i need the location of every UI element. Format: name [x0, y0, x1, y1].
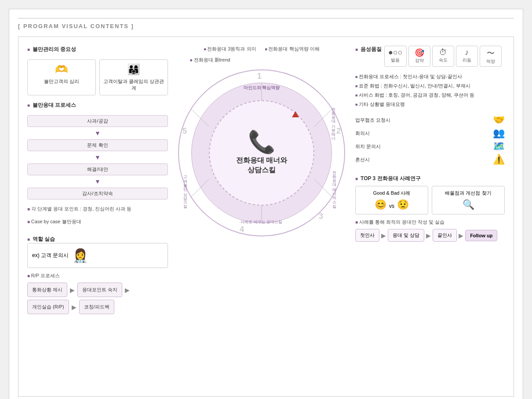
rp-step-4: 코칭/피드백 [79, 300, 114, 314]
complaint-process-list: 사과/공감 ▼ 문제 확인 ▼ 해결/대안 ▼ 감사/조치약속 [27, 115, 168, 200]
meeting-icon: 👥 [493, 127, 505, 139]
svg-line-2 [314, 179, 332, 197]
warning-icon: ⚠️ [493, 154, 505, 165]
right-column: 음성품질 ●○○ 발음 🎯 강약 ⏱ 속도 ♪ [355, 46, 505, 349]
voice-quality-title: 음성품질 [355, 46, 382, 53]
speed-icon: ⏱ [436, 48, 450, 57]
svg-line-1 [314, 109, 332, 127]
complaint-cards: 🫶 불만고객의 심리 👨‍👩‍👧 고객이탈과 클레임의 상관관계 [27, 59, 168, 95]
note-line-1: 각 단계별 응대 포인트 : 경청, 진심어린 사과 등 [27, 206, 168, 212]
rp-arrow-2: ▶ [125, 287, 130, 294]
followup-flow: 첫인사 ▶ 응대 및 상담 ▶ 끝인사 ▶ Follow up [355, 229, 505, 242]
curve-left-bot: 고객불만 상담스킬 [182, 173, 188, 206]
heart-icon: 🫶 [55, 63, 68, 76]
rp-process-label: R/P 프로세스 [27, 272, 168, 279]
process-step-1: 사과/공감 [27, 115, 168, 127]
handshake-icon: 🤝 [493, 114, 505, 126]
svg-line-5 [191, 109, 209, 127]
sit-label-1: 업무협조 요청시 [355, 117, 489, 123]
center-column: 전화응대 3원칙과 의미 전화응대 핵심역량 이해 ■ 전화응대 新trend … [172, 46, 351, 349]
section2-title: 불만응대 프로세스 [27, 102, 168, 109]
rp-arrow-1: ▶ [70, 287, 75, 294]
followup-step-4: Follow up [465, 230, 497, 241]
emphasis-label: 강약 [415, 58, 424, 63]
sit-label-4: 혼선시 [355, 156, 489, 163]
face-icons: 😊 vs 😟 [359, 199, 424, 210]
sit-label-2: 회의시 [355, 130, 489, 137]
center-label-3: ■ 전화응대 新trend [190, 57, 230, 63]
followup-arrow-3: ▶ [459, 232, 463, 239]
process-step-3: 해결/대안 [27, 163, 168, 175]
top3-title: TOP 3 전화응대 사례연구 [355, 175, 505, 182]
num-label-5: 5 [182, 127, 187, 136]
followup-step-3: 끝인사 [433, 229, 457, 242]
red-triangle-indicator [292, 111, 299, 117]
note-line-2: Case by case 불만응대 [27, 218, 168, 225]
speed-label: 속도 [439, 58, 448, 62]
vs-text: vs [389, 203, 394, 209]
rp-example-text: ex) 고객 문의시 [32, 252, 69, 259]
voice-icons-row: ●○○ 발음 🎯 강약 ⏱ 속도 ♪ 리듬 [384, 46, 502, 67]
improve-card: 배울점과 개선점 찾기 🔍 [432, 186, 505, 214]
rp-step-2: 응대포인트 숙지 [77, 283, 122, 297]
people-icon: 👨‍👩‍👧 [127, 63, 140, 76]
pronunciation-icon: ●○○ [388, 48, 403, 57]
case-study-section: TOP 3 전화응대 사례연구 Good & Bad 사례 😊 vs 😟 배울점… [355, 175, 505, 242]
situation-grid: 업무협조 요청시 🤝 회의시 👥 위치 문의시 🗺️ 혼선시 ⚠️ [355, 114, 505, 165]
process-line-2: 표준 화법 : 전화수신시, 발신시, 안내/연결시, 부재시 [355, 81, 505, 91]
num-label-3: 3 [319, 212, 323, 221]
intonation-label: 억양 [486, 59, 495, 64]
card1-label: 불만고객의 심리 [44, 78, 79, 85]
card-complaint-psychology: 🫶 불만고객의 심리 [27, 59, 96, 95]
followup-arrow-1: ▶ [381, 232, 386, 239]
voice-pronunciation: ●○○ 발음 [384, 46, 407, 67]
improve-label: 배울점과 개선점 찾기 [436, 190, 501, 196]
left-column: 불만관리의 중요성 🫶 불만고객의 심리 👨‍👩‍👧 고객이탈과 클레임의 상관… [27, 46, 168, 349]
voice-rhythm: ♪ 리듬 [456, 46, 478, 67]
good-bad-label: Good & Bad 사례 [359, 190, 424, 196]
card2-label: 고객이탈과 클레임의 상관관계 [102, 78, 165, 91]
followup-arrow-2: ▶ [426, 232, 431, 239]
process-line-1: 전화응대 프로세스 : 첫인사-응대 및 상담-끝인사 [355, 72, 505, 81]
section1-title: 불만관리의 중요성 [27, 46, 168, 53]
voice-intonation: 〜 억양 [480, 46, 502, 67]
intonation-icon: 〜 [484, 48, 498, 58]
practice-section: 사례를 통해 최적의 응대안 작성 및 실습 첫인사 ▶ 응대 및 상담 ▶ 끝… [355, 219, 505, 242]
voice-emphasis: 🎯 강약 [408, 46, 430, 67]
right-process-lines: 전화응대 프로세스 : 첫인사-응대 및 상담-끝인사 표준 화법 : 전화수신… [355, 72, 505, 109]
rp-step-1: 통화상황 제시 [27, 283, 67, 297]
good-bad-card: Good & Bad 사례 😊 vs 😟 [355, 186, 428, 214]
role-play-title: 역할 실습 [27, 236, 168, 243]
followup-step-2: 응대 및 상담 [388, 229, 424, 242]
nurse-icon: 👩‍⚕️ [72, 248, 88, 263]
svg-line-4 [191, 179, 209, 197]
sit-label-3: 위치 문의시 [355, 143, 489, 150]
process-step-4: 감사/조치약속 [27, 188, 168, 200]
center-label-1: 전화응대 3원칙과 의미 [204, 46, 256, 52]
center-label-2: 전화응대 핵심역량 이해 [265, 46, 320, 52]
center-top-labels: 전화응대 3원칙과 의미 전화응대 핵심역량 이해 [204, 46, 319, 52]
num-label-1: 1 [257, 72, 262, 81]
map-icon: 🗺️ [493, 141, 505, 152]
circle-diagram: 📞 전화응대 매너와 상담스킬 마인드와 핵심역량 [178, 69, 345, 236]
process-step-2: 문제 확인 [27, 139, 168, 151]
rp-arrow-3: ▶ [72, 304, 77, 311]
num-label-4: 4 [240, 225, 244, 234]
role-play-box: ex) 고객 문의시 👩‍⚕️ [27, 243, 168, 268]
process-line-3: 서비스 화법 : 호칭, 경어, 공감과 경청, 양해, 쿠션어 등 [355, 91, 505, 100]
curve-right-top: 전화응대 기본매너 [331, 105, 336, 138]
case-cards-row: Good & Bad 사례 😊 vs 😟 배울점과 개선점 찾기 🔍 [355, 186, 505, 214]
rhythm-icon: ♪ [460, 48, 474, 57]
num-label-2: 2 [336, 127, 341, 136]
search-icon: 🔍 [436, 199, 501, 210]
arrow-down-1: ▼ [27, 130, 168, 137]
pronunciation-label: 발음 [391, 58, 400, 62]
page-container: [ PROGRAM VISUAL CONTENTS ] 불만관리의 중요성 🫶 … [9, 9, 523, 399]
rp-process-flow: 통화상황 제시 ▶ 응대포인트 숙지 ▶ 개인실습 (R/P) ▶ 코칭/피드백 [27, 283, 168, 314]
page-title: [ PROGRAM VISUAL CONTENTS ] [18, 18, 514, 29]
arrow-down-2: ▼ [27, 154, 168, 161]
voice-quality-section: 음성품질 ●○○ 발음 🎯 강약 ⏱ 속도 ♪ [355, 46, 505, 67]
emphasis-icon: 🎯 [412, 48, 426, 58]
arrow-down-3: ▼ [27, 178, 168, 185]
diagram-lines-svg [178, 69, 345, 236]
